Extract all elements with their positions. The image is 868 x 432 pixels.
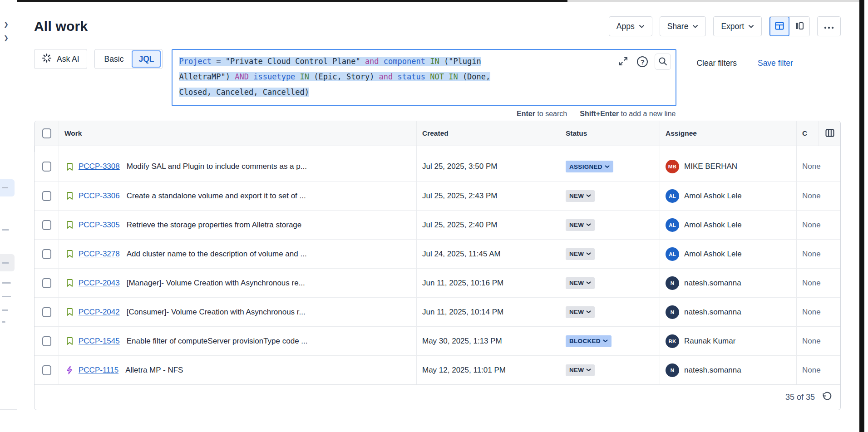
jql-input[interactable]: Project = "Private Cloud Control Plane" … bbox=[172, 49, 676, 106]
header-assignee[interactable]: Assignee bbox=[660, 121, 796, 146]
table-body: PCCP-3308 Modify SAL and Plugin to inclu… bbox=[35, 152, 840, 384]
header-work[interactable]: Work bbox=[59, 121, 416, 146]
sidebar-item-remnant bbox=[2, 282, 11, 284]
expand-editor-button[interactable] bbox=[616, 55, 630, 69]
status-badge[interactable]: NEW bbox=[566, 364, 595, 376]
issue-key-link[interactable]: PCCP-3306 bbox=[79, 191, 120, 201]
status-badge[interactable]: NEW bbox=[566, 277, 595, 289]
more-icon bbox=[824, 22, 834, 31]
chevron-right-icon[interactable]: ❯ bbox=[4, 21, 9, 28]
issue-summary: Create a standalone volume and export it… bbox=[127, 191, 306, 201]
table-view-button[interactable] bbox=[769, 16, 789, 36]
issue-key-link[interactable]: PCCP-1545 bbox=[79, 337, 120, 346]
status-cell: NEW bbox=[560, 269, 660, 297]
avatar: N bbox=[666, 305, 679, 319]
row-checkbox[interactable] bbox=[42, 249, 51, 259]
row-checkbox-cell bbox=[35, 211, 59, 239]
issue-summary: Modify SAL and Plugin to include comment… bbox=[127, 162, 307, 171]
row-checkbox[interactable] bbox=[42, 191, 51, 201]
avatar: RK bbox=[666, 334, 679, 348]
table-row[interactable]: PCCP-3278 Add cluster name to the descri… bbox=[35, 239, 840, 268]
created-cell: Jul 24, 2025, 11:45 AM bbox=[416, 240, 560, 268]
status-cell: NEW bbox=[560, 298, 660, 326]
chevron-down-icon bbox=[603, 339, 608, 343]
row-checkbox[interactable] bbox=[42, 220, 51, 230]
select-all-checkbox[interactable] bbox=[42, 128, 51, 138]
status-cell: NEW bbox=[560, 240, 660, 268]
work-cell: PCCP-1545 Enable filter of computeServer… bbox=[59, 327, 416, 355]
row-checkbox[interactable] bbox=[42, 162, 51, 172]
status-cell: ASSIGNED bbox=[560, 152, 660, 181]
export-button[interactable]: Export bbox=[713, 16, 762, 36]
table-row[interactable]: PCCP-3305 Retrieve the storage propertie… bbox=[35, 210, 840, 239]
extra-cell: None bbox=[796, 298, 840, 326]
hint-shift-key: Shift+Enter bbox=[580, 110, 619, 118]
syntax-help-button[interactable]: ? bbox=[636, 55, 649, 69]
issue-key-link[interactable]: PCCP-2043 bbox=[79, 279, 120, 288]
assignee-name: Raunak Kumar bbox=[684, 337, 735, 346]
table-row[interactable]: PCCP-2042 [Consumer]- Volume Creation wi… bbox=[35, 297, 840, 326]
table-row[interactable]: PCCP-2043 [Manager]- Volume Creation wit… bbox=[35, 268, 840, 297]
more-actions-button[interactable] bbox=[817, 16, 841, 36]
work-cell: PCCP-3308 Modify SAL and Plugin to inclu… bbox=[59, 152, 416, 181]
expand-icon bbox=[618, 56, 628, 68]
clear-filters-button[interactable]: Clear filters bbox=[696, 59, 737, 68]
issue-key-link[interactable]: PCCP-3305 bbox=[79, 221, 120, 230]
issue-key-link[interactable]: PCCP-3278 bbox=[79, 250, 120, 259]
header-extra-label[interactable]: C bbox=[802, 129, 807, 137]
assignee-name: natesh.somanna bbox=[684, 279, 741, 288]
table-row[interactable]: PCCP-1545 Enable filter of computeServer… bbox=[35, 326, 840, 355]
run-search-button[interactable] bbox=[655, 54, 671, 70]
assignee-name: Amol Ashok Lele bbox=[684, 221, 742, 230]
row-checkbox[interactable] bbox=[42, 365, 51, 375]
avatar: N bbox=[666, 363, 679, 377]
issue-key-link[interactable]: PCCP-1115 bbox=[79, 366, 118, 375]
status-badge[interactable]: NEW bbox=[566, 219, 595, 231]
row-checkbox-cell bbox=[35, 298, 59, 326]
issue-key-link[interactable]: PCCP-2042 bbox=[79, 308, 120, 317]
status-badge[interactable]: NEW bbox=[566, 306, 595, 318]
row-checkbox[interactable] bbox=[42, 278, 51, 288]
row-checkbox[interactable] bbox=[42, 307, 51, 317]
header-created[interactable]: Created bbox=[416, 121, 560, 146]
created-cell: May 30, 2025, 1:13 PM bbox=[416, 327, 560, 355]
apps-button[interactable]: Apps bbox=[609, 16, 652, 36]
detail-view-button[interactable] bbox=[789, 16, 809, 36]
table-row[interactable]: PCCP-3306 Create a standalone volume and… bbox=[35, 181, 840, 210]
status-badge[interactable]: NEW bbox=[566, 248, 595, 260]
chevron-down-icon bbox=[586, 252, 591, 255]
created-cell: Jun 11, 2025, 10:16 PM bbox=[416, 269, 560, 297]
row-checkbox[interactable] bbox=[42, 336, 51, 346]
table-row[interactable]: PCCP-1115 Alletra MP - NFS May 12, 2025,… bbox=[35, 355, 840, 384]
story-icon bbox=[64, 336, 74, 346]
jql-editor-wrap: Project = "Private Cloud Control Plane" … bbox=[172, 49, 676, 118]
scrolled-row-remnant bbox=[35, 146, 840, 152]
table-row[interactable]: PCCP-3308 Modify SAL and Plugin to inclu… bbox=[35, 152, 840, 181]
refresh-button[interactable] bbox=[821, 391, 832, 403]
page-title: All work bbox=[34, 19, 88, 34]
issue-key-link[interactable]: PCCP-3308 bbox=[79, 162, 120, 171]
extra-cell: None bbox=[796, 269, 840, 297]
issue-summary: [Consumer]- Volume Creation with Asynchr… bbox=[127, 308, 306, 317]
mode-jql-tab[interactable]: JQL bbox=[132, 50, 161, 68]
header-status[interactable]: Status bbox=[560, 121, 660, 146]
share-button[interactable]: Share bbox=[660, 16, 706, 36]
ask-ai-button[interactable]: Ask AI bbox=[34, 49, 87, 69]
configure-columns-button[interactable] bbox=[819, 121, 840, 146]
status-badge[interactable]: BLOCKED bbox=[566, 335, 612, 347]
row-checkbox-cell bbox=[35, 327, 59, 355]
jql-query-text: Project = "Private Cloud Control Plane" … bbox=[179, 54, 669, 100]
mode-basic-tab[interactable]: Basic bbox=[96, 50, 132, 68]
story-icon bbox=[64, 278, 74, 288]
search-icon bbox=[658, 56, 668, 68]
status-badge[interactable]: ASSIGNED bbox=[566, 161, 613, 172]
extra-cell: None bbox=[796, 327, 840, 355]
jql-hint: Enter to searchShift+Enter to add a new … bbox=[172, 110, 676, 118]
filter-bar: Ask AI Basic JQL Project = "Private Clou… bbox=[34, 49, 859, 118]
chevron-right-icon[interactable]: ❯ bbox=[4, 34, 9, 41]
work-items-table: Work Created Status Assignee C PCCP-3308 bbox=[34, 121, 841, 410]
status-badge[interactable]: NEW bbox=[566, 190, 595, 202]
assignee-name: Amol Ashok Lele bbox=[684, 191, 742, 201]
save-filter-button[interactable]: Save filter bbox=[758, 59, 793, 68]
status-badge-label: NEW bbox=[569, 192, 584, 199]
